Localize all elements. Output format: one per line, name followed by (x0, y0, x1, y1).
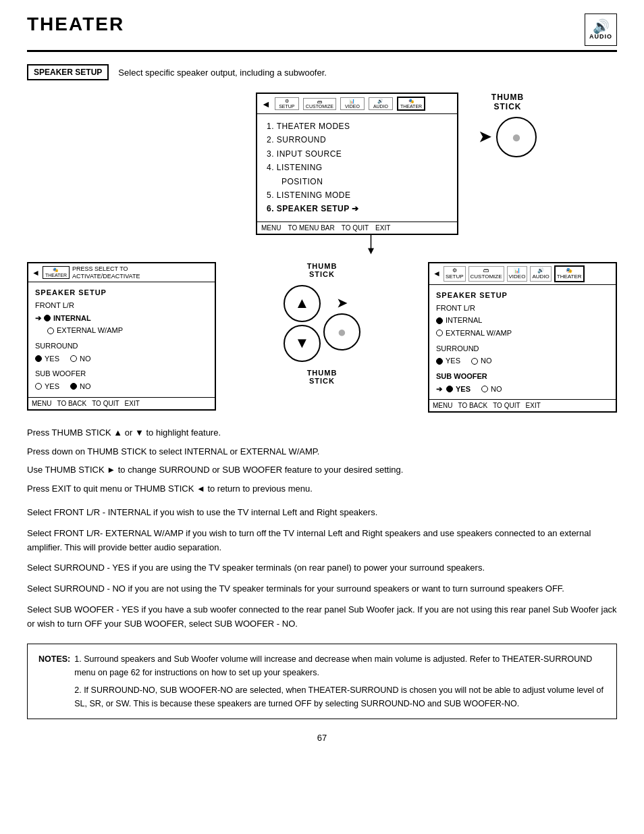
radio-br-external (436, 330, 443, 336)
toolbar-customize: 🗃CUSTOMIZE (303, 98, 336, 110)
radio-surround-yes (35, 355, 42, 362)
thumbstick-right-group: ➤ ● (323, 296, 360, 350)
setup-intro: SPEAKER SETUP Select specific speaker ou… (27, 64, 617, 80)
bl-option-external: EXTERNAL W/AMP (35, 324, 208, 337)
page-header: THEATER 🔊 AUDIO (27, 14, 617, 52)
para-4-text: Select SURROUND - NO if you are not usin… (27, 582, 617, 596)
top-screen-toolbar: ◄ ⚙SETUP 🗃CUSTOMIZE 📊VIDEO 🔊AUDIO 🎭THEAT… (257, 94, 457, 114)
thumb-label-left: THUMBSTICK (307, 262, 338, 278)
bl-subwoofer-label: SUB WOOFER (35, 367, 208, 380)
radio-br-sur-yes (436, 358, 443, 365)
bl-surround-options: YES NO (35, 353, 208, 365)
menu-item-4b: POSITION (267, 175, 448, 188)
radio-internal-filled (44, 315, 51, 321)
circle-inner: ● (512, 128, 522, 147)
br-audio: 🔊AUDIO (530, 266, 551, 282)
menu-item-3: 3. INPUT SOURCE (267, 147, 448, 161)
note-item-1: 1. Surround speakers and Sub Woofer volu… (74, 652, 606, 679)
para-3-text: Select SURROUND - YES if you are using t… (27, 561, 617, 575)
notes-first-line: NOTES: 1. Surround speakers and Sub Woof… (38, 652, 606, 710)
circle-sm: ● (338, 323, 346, 341)
menu-item-6: 6. SPEAKER SETUP ➔ (267, 202, 448, 215)
thumbstick-left-down: ▼ (284, 325, 321, 362)
bl-front-lr-label: FRONT L/R (35, 299, 208, 312)
bl-footer-back: TO BACK (57, 400, 86, 407)
thumb-label-right: THUMBSTICK (307, 369, 338, 385)
radio-external-empty (47, 328, 54, 334)
bottom-screens: ◄ 🎭THEATER PRESS SELECT TOACTIVATE/DEACT… (27, 262, 617, 413)
bottom-left-toolbar: ◄ 🎭THEATER PRESS SELECT TOACTIVATE/DEACT… (28, 263, 215, 283)
notes-title: NOTES: (38, 652, 70, 710)
bottom-right-content: SPEAKER SETUP FRONT L/R INTERNAL EXTERNA… (429, 285, 616, 400)
br-arrow: ◄ (433, 269, 441, 278)
radio-sub-yes (35, 383, 42, 390)
thumbstick-left-group: ▲ ▼ (284, 285, 321, 362)
instruction-1: Press THUMB STICK ▲ or ▼ to highlight fe… (27, 425, 617, 440)
svg-marker-1 (368, 248, 374, 254)
bl-footer-exit: EXIT (125, 400, 140, 407)
top-screen-row: ◄ ⚙SETUP 🗃CUSTOMIZE 📊VIDEO 🔊AUDIO 🎭THEAT… (27, 93, 617, 235)
menu-item-2: 2. SURROUND (267, 133, 448, 147)
para-5: Select SUB WOOFER - YES if you have a su… (27, 603, 617, 631)
note-item-2: 2. If SURROUND-NO, SUB WOOFER-NO are sel… (74, 683, 606, 710)
bl-press-select: PRESS SELECT TOACTIVATE/DEACTIVATE (72, 265, 140, 280)
bl-subwoofer-options: YES NO (35, 380, 208, 393)
br-footer-menu: MENU (433, 402, 452, 409)
speaker-icon: 🔊 (593, 20, 610, 33)
audio-label: AUDIO (589, 33, 612, 40)
page-title: THEATER (27, 14, 124, 35)
br-front-lr-label: FRONT L/R (436, 302, 609, 315)
instructions: Press THUMB STICK ▲ or ▼ to highlight fe… (27, 425, 617, 496)
middle-thumbsticks: THUMBSTICK ▲ ▼ ➤ ● THUMBSTICK (277, 262, 367, 385)
bl-surround-label: SURROUND (35, 340, 208, 353)
bl-speaker-setup-title: SPEAKER SETUP (35, 286, 208, 299)
bottom-left-footer: MENU TO BACK TO QUIT EXIT (28, 397, 215, 409)
setup-intro-text: Select specific speaker output, includin… (118, 68, 327, 78)
bottom-right-footer: MENU TO BACK TO QUIT EXIT (429, 399, 616, 411)
bottom-right-screen: ◄ ⚙SETUP 🗃CUSTOMIZE 📊VIDEO 🔊AUDIO 🎭THEAT… (428, 262, 617, 413)
instruction-3: Use THUMB STICK ► to change SURROUND or … (27, 462, 617, 477)
bl-option-internal: ➔ INTERNAL (35, 312, 208, 325)
br-subwoofer-label: SUB WOOFER (436, 370, 609, 383)
right-arrow-indicator: ➤ (479, 128, 491, 146)
speaker-setup-label: SPEAKER SETUP (27, 64, 109, 80)
br-customize: 🗃CUSTOMIZE (468, 266, 504, 282)
br-option-internal: INTERNAL (436, 314, 609, 327)
notes-items: 1. Surround speakers and Sub Woofer volu… (74, 652, 606, 710)
br-subwoofer-options: ➔ YES NO (436, 383, 609, 396)
br-setup: ⚙SETUP (444, 266, 466, 282)
top-screen-footer: MENU TO MENU BAR TO QUIT EXIT (257, 221, 457, 234)
footer-menu-bar: TO MENU BAR (288, 224, 334, 232)
instruction-2: Press down on THUMB STICK to select INTE… (27, 444, 617, 459)
bl-theater-icon: 🎭THEATER (43, 266, 70, 279)
para-1-text: Select FRONT L/R - INTERNAL if you wish … (27, 506, 617, 520)
audio-icon-box: 🔊 AUDIO (585, 14, 617, 46)
br-footer-quit: TO QUIT (493, 402, 520, 409)
br-option-external: EXTERNAL W/AMP (436, 327, 609, 340)
br-surround-options: YES NO (436, 355, 609, 367)
toolbar-back-arrow: ◄ (261, 99, 271, 109)
para-4: Select SURROUND - NO if you are not usin… (27, 582, 617, 596)
toolbar-theater: 🎭THEATER (397, 97, 425, 111)
footer-menu: MENU (261, 224, 281, 232)
footer-quit: TO QUIT (342, 224, 369, 232)
menu-item-4: 4. LISTENING (267, 161, 448, 174)
para-5-text: Select SUB WOOFER - YES if you have a su… (27, 603, 617, 631)
br-surround-label: SURROUND (436, 342, 609, 355)
br-speaker-setup-title: SPEAKER SETUP (436, 289, 609, 302)
toolbar-setup: ⚙SETUP (275, 97, 299, 110)
br-footer-exit: EXIT (526, 402, 541, 409)
br-footer-back: TO BACK (458, 402, 487, 409)
footer-exit: EXIT (375, 224, 390, 232)
radio-sub-no (70, 383, 77, 390)
page-number: 67 (27, 733, 617, 743)
para-2-text: Select FRONT L/R- EXTERNAL W/AMP if you … (27, 527, 617, 555)
radio-surround-no (70, 355, 77, 362)
instruction-4: Press EXIT to quit menu or THUMB STICK ◄… (27, 481, 617, 496)
thumbstick-left: ▲ (284, 285, 321, 322)
bottom-left-screen: ◄ 🎭THEATER PRESS SELECT TOACTIVATE/DEACT… (27, 262, 216, 411)
thumbstick-right-circle: ● (323, 313, 360, 350)
connector-svg (329, 235, 464, 255)
menu-item-5: 5. LISTENING MODE (267, 188, 448, 202)
radio-br-sub-no (481, 386, 488, 392)
